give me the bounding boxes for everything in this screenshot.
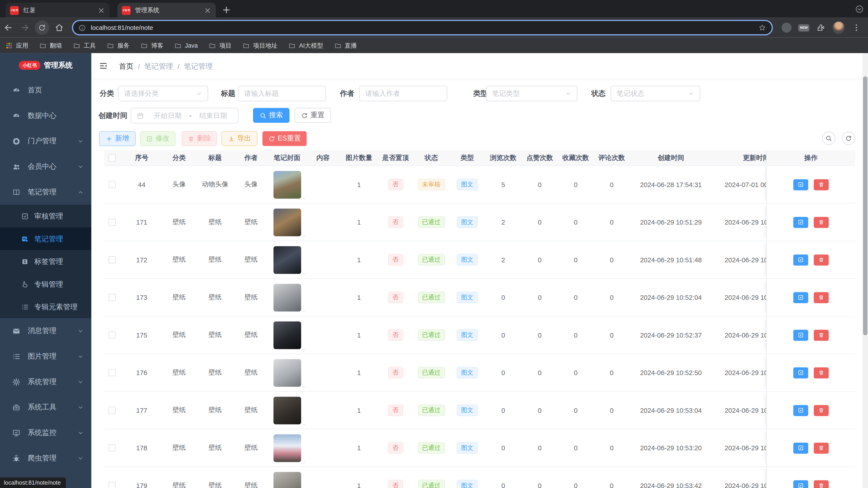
delete-row-button[interactable] — [814, 367, 829, 378]
edit-row-button[interactable] — [793, 179, 808, 190]
note-cover-image[interactable] — [273, 284, 301, 311]
add-button[interactable]: 新增 — [99, 131, 135, 146]
bookmark-folder[interactable]: 直播 — [334, 41, 357, 50]
bookmark-star-icon[interactable] — [758, 24, 766, 31]
row-checkbox[interactable] — [108, 219, 116, 226]
sidebar-item-albums[interactable]: 专辑管理 — [0, 273, 91, 295]
row-checkbox[interactable] — [108, 369, 116, 376]
bookmark-folder[interactable]: 服务 — [107, 41, 129, 50]
tab-hongshu[interactable]: 小红书 红薯 — [5, 3, 110, 18]
edit-button[interactable]: 修改 — [140, 131, 176, 146]
note-cover-image[interactable] — [273, 208, 301, 236]
note-cover-image[interactable] — [273, 359, 301, 386]
author-input[interactable] — [365, 90, 441, 97]
site-info-icon[interactable] — [79, 24, 86, 31]
browser-menu-icon[interactable] — [852, 23, 861, 32]
sidebar-item-portal[interactable]: 门户管理 — [0, 128, 91, 154]
edit-row-button[interactable] — [793, 480, 808, 488]
note-cover-image[interactable] — [273, 321, 301, 349]
delete-row-button[interactable] — [814, 480, 829, 488]
extension-new-badge-icon[interactable]: NEW — [798, 24, 809, 31]
es-reset-button[interactable]: ES重置 — [262, 131, 307, 146]
delete-button[interactable]: 删除 — [182, 131, 217, 146]
extensions-puzzle-icon[interactable] — [816, 23, 825, 32]
sidebar-toggle-icon[interactable] — [98, 61, 108, 70]
delete-row-button[interactable] — [814, 442, 829, 453]
select-all-checkbox[interactable] — [108, 154, 116, 162]
tab-close-icon[interactable] — [97, 6, 105, 14]
home-icon[interactable] — [55, 23, 64, 32]
row-checkbox[interactable] — [108, 482, 116, 488]
sidebar-item-monitor[interactable]: 系统监控 — [0, 420, 91, 446]
forward-icon[interactable] — [21, 23, 29, 32]
category-select[interactable]: 请选择分类 — [118, 86, 208, 101]
sidebar-item-tags[interactable]: 标签管理 — [0, 250, 91, 273]
sidebar-item-images[interactable]: 图片管理 — [0, 344, 91, 369]
tab-search-icon[interactable] — [855, 5, 864, 13]
sidebar-item-messages[interactable]: 消息管理 — [0, 318, 91, 344]
breadcrumb-home[interactable]: 首页 — [119, 61, 133, 71]
delete-row-button[interactable] — [814, 217, 829, 228]
date-range-picker[interactable]: 开始日期 - 结束日期 — [131, 108, 239, 124]
row-checkbox[interactable] — [108, 256, 116, 263]
reset-button[interactable]: 重置 — [294, 108, 331, 123]
edit-row-button[interactable] — [793, 254, 808, 265]
row-checkbox[interactable] — [108, 331, 116, 339]
note-cover-image[interactable] — [273, 396, 301, 424]
edit-row-button[interactable] — [793, 404, 808, 416]
row-checkbox[interactable] — [108, 445, 116, 452]
note-cover-image[interactable] — [273, 434, 301, 462]
note-cover-image[interactable] — [273, 171, 301, 198]
sidebar-item-crawler[interactable]: 爬虫管理 — [0, 445, 91, 471]
bookmark-folder[interactable]: 博客 — [141, 41, 163, 50]
row-checkbox[interactable] — [108, 407, 116, 414]
status-select[interactable]: 笔记状态 — [611, 86, 700, 101]
delete-row-button[interactable] — [814, 292, 829, 303]
sidebar-item-audit[interactable]: 审核管理 — [0, 205, 91, 227]
delete-row-button[interactable] — [814, 329, 829, 340]
edit-row-button[interactable] — [793, 367, 808, 378]
sidebar-item-data-center[interactable]: 数据中心 — [0, 103, 91, 129]
delete-row-button[interactable] — [814, 179, 829, 190]
export-button[interactable]: 导出 — [221, 131, 257, 146]
edit-row-button[interactable] — [793, 329, 808, 340]
search-button[interactable]: 搜索 — [253, 108, 289, 123]
delete-row-button[interactable] — [814, 254, 829, 265]
url-bar[interactable]: localhost:81/note/note — [72, 20, 773, 35]
title-input[interactable] — [244, 90, 320, 97]
tab-admin-system[interactable]: 小红书 管理系统 — [117, 3, 216, 18]
sidebar-item-note-manage[interactable]: 笔记管理 — [0, 228, 91, 250]
browser-profile-avatar[interactable] — [833, 22, 845, 34]
bookmark-folder[interactable]: Java — [174, 42, 197, 49]
sidebar-item-tools[interactable]: 系统工具 — [0, 394, 91, 420]
note-cover-image[interactable] — [273, 472, 301, 488]
bookmark-folder[interactable]: 工具 — [73, 41, 96, 50]
bookmark-folder[interactable]: AI大模型 — [289, 41, 323, 50]
bookmark-folder[interactable]: 项目 — [209, 41, 231, 50]
sidebar-item-album-elements[interactable]: 专辑元素管理 — [0, 295, 91, 318]
refresh-table-button[interactable] — [842, 132, 855, 145]
bookmark-folder[interactable]: 项目地址 — [243, 41, 277, 50]
scrollbar-thumb[interactable] — [863, 76, 868, 335]
row-checkbox[interactable] — [108, 294, 116, 301]
back-icon[interactable] — [4, 23, 13, 32]
sidebar-item-system[interactable]: 系统管理 — [0, 369, 91, 394]
extension-icon[interactable] — [782, 23, 792, 33]
toggle-search-button[interactable] — [822, 132, 835, 145]
type-select[interactable]: 笔记类型 — [486, 86, 577, 101]
bookmark-apps[interactable]: 应用 — [5, 41, 28, 50]
sidebar-item-home[interactable]: 首页 — [0, 77, 91, 103]
sidebar-item-notes[interactable]: 笔记管理 — [0, 179, 91, 205]
edit-row-button[interactable] — [793, 442, 808, 453]
note-cover-image[interactable] — [273, 246, 301, 273]
edit-row-button[interactable] — [793, 292, 808, 303]
new-tab-button[interactable] — [221, 5, 231, 15]
edit-row-button[interactable] — [793, 217, 808, 228]
reload-button[interactable] — [35, 21, 49, 35]
delete-row-button[interactable] — [814, 404, 829, 416]
row-checkbox[interactable] — [108, 181, 116, 188]
app-logo[interactable]: 小红书 管理系统 — [0, 53, 91, 77]
sidebar-item-members[interactable]: 会员中心 — [0, 154, 91, 180]
tab-close-icon[interactable] — [204, 6, 211, 14]
bookmark-folder[interactable]: 翻墙 — [39, 41, 62, 50]
